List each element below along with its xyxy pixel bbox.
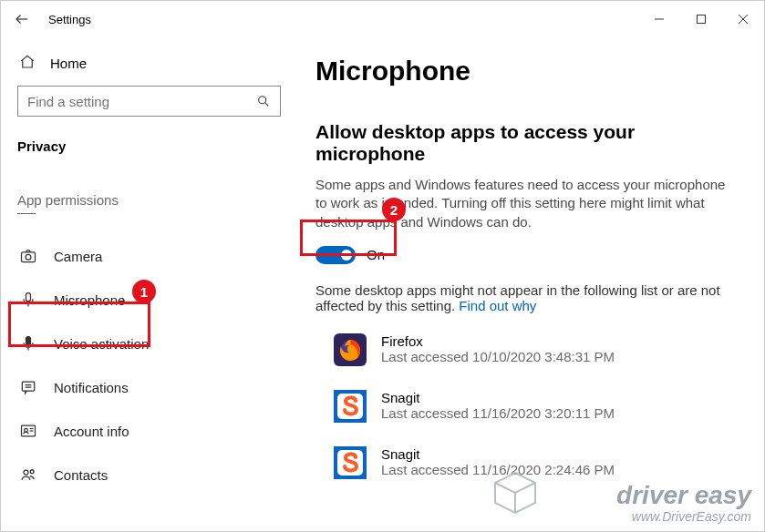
snagit-icon [334, 390, 367, 423]
sidebar-item-microphone[interactable]: Microphone [17, 278, 281, 322]
maximize-button[interactable] [680, 5, 722, 34]
sidebar-item-label: Voice activation [54, 336, 149, 352]
notifications-icon [19, 378, 37, 396]
section-heading: Allow desktop apps to access your microp… [315, 121, 739, 165]
app-subtext: Last accessed 11/16/2020 3:20:11 PM [381, 405, 615, 421]
app-subtext: Last accessed 10/10/2020 3:48:31 PM [381, 349, 615, 364]
search-input-wrap[interactable] [17, 86, 281, 117]
sidebar-item-voice-activation[interactable]: Voice activation [17, 322, 281, 365]
window-title: Settings [43, 13, 91, 26]
toggle-row: On [315, 246, 739, 264]
window-controls [638, 5, 764, 34]
svg-rect-12 [22, 382, 34, 391]
sidebar-item-label: Microphone [54, 292, 125, 308]
search-icon [256, 94, 271, 112]
sidebar-item-notifications[interactable]: Notifications [17, 365, 281, 409]
sidebar-item-camera[interactable]: Camera [17, 234, 281, 278]
app-row: Snagit Last accessed 11/16/2020 3:20:11 … [334, 390, 739, 423]
snagit-icon [334, 446, 367, 479]
back-button[interactable] [1, 1, 43, 37]
close-button[interactable] [722, 5, 764, 34]
svg-point-4 [259, 97, 266, 104]
home-icon [19, 54, 36, 73]
svg-point-17 [24, 470, 28, 475]
svg-rect-1 [698, 15, 706, 24]
svg-point-7 [26, 254, 31, 260]
home-nav[interactable]: Home [17, 50, 281, 86]
find-out-why-link[interactable]: Find out why [459, 298, 536, 313]
note-text: Some desktop apps might not appear in th… [315, 282, 739, 313]
toggle-state-label: On [367, 247, 385, 262]
svg-rect-10 [26, 337, 31, 345]
section-label: App permissions [17, 192, 281, 208]
search-input[interactable] [27, 94, 271, 109]
svg-line-5 [265, 103, 269, 107]
camera-icon [19, 247, 37, 265]
sidebar-item-contacts[interactable]: Contacts [17, 453, 281, 496]
titlebar: Settings [1, 1, 764, 37]
category-label: Privacy [17, 138, 281, 154]
voice-activation-icon [19, 334, 37, 353]
app-list: Firefox Last accessed 10/10/2020 3:48:31… [315, 333, 739, 479]
content-area: Microphone Allow desktop apps to access … [297, 37, 764, 531]
app-subtext: Last accessed 11/16/2020 2:24:46 PM [381, 462, 615, 477]
microphone-icon [19, 291, 37, 309]
sidebar-item-label: Contacts [54, 467, 108, 483]
sidebar-item-account-info[interactable]: Account info [17, 409, 281, 453]
section-underline [17, 213, 36, 214]
home-label: Home [50, 56, 87, 71]
section-description: Some apps and Windows features need to a… [315, 176, 739, 231]
sidebar-item-label: Notifications [54, 380, 129, 395]
svg-rect-8 [26, 293, 31, 302]
allow-desktop-mic-toggle[interactable] [315, 246, 356, 264]
app-name: Firefox [381, 333, 615, 349]
app-name: Snagit [381, 446, 615, 462]
app-row: Snagit Last accessed 11/16/2020 2:24:46 … [334, 446, 739, 479]
sidebar-item-label: Account info [54, 424, 129, 439]
app-name: Snagit [381, 390, 615, 405]
svg-point-18 [30, 470, 34, 474]
sidebar: Home Privacy App permissions Camera Micr… [1, 37, 297, 531]
contacts-icon [19, 466, 37, 484]
svg-rect-6 [22, 252, 36, 262]
page-heading: Microphone [315, 56, 739, 87]
firefox-icon [334, 333, 367, 366]
account-info-icon [19, 422, 37, 440]
minimize-button[interactable] [638, 5, 680, 34]
app-row: Firefox Last accessed 10/10/2020 3:48:31… [334, 333, 739, 366]
sidebar-item-label: Camera [54, 249, 102, 264]
svg-point-14 [25, 428, 28, 432]
